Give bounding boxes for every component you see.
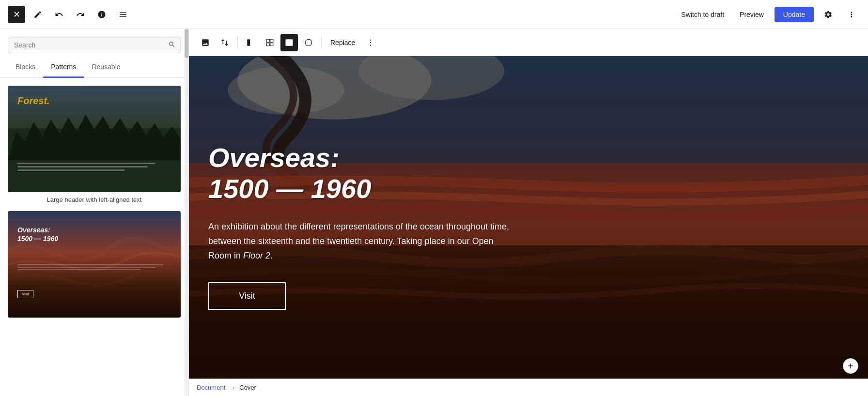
tab-reusable[interactable]: Reusable bbox=[84, 57, 128, 78]
top-bar-right: Switch to draft Preview Update bbox=[676, 6, 860, 23]
search-input-wrap bbox=[8, 37, 181, 53]
cover-description: An exhibition about the different repres… bbox=[208, 220, 518, 263]
sidebar-scroll-track[interactable] bbox=[185, 29, 188, 396]
move-up-down-button[interactable] bbox=[216, 34, 233, 51]
forest-text-line-3 bbox=[17, 169, 125, 171]
full-width-button[interactable] bbox=[280, 34, 298, 51]
sidebar-scroll-thumb[interactable] bbox=[185, 29, 188, 58]
pen-icon bbox=[33, 10, 42, 19]
block-toolbar: Replace bbox=[189, 29, 868, 56]
forest-bg: Forest. bbox=[8, 86, 181, 192]
forest-pattern-label: Large header with left-aligned text bbox=[8, 196, 181, 203]
align-left-icon bbox=[246, 38, 255, 47]
visit-button[interactable]: Visit bbox=[208, 282, 286, 310]
list-item[interactable]: Overseas:1500 — 1960 Visit bbox=[8, 211, 181, 318]
more-options-icon bbox=[847, 10, 856, 19]
svg-rect-1 bbox=[286, 39, 293, 46]
more-block-icon bbox=[366, 38, 375, 47]
info-button[interactable] bbox=[93, 6, 110, 23]
search-area bbox=[0, 29, 188, 57]
list-item[interactable]: Forest. Large header with left-aligned t… bbox=[8, 86, 181, 203]
grid-view-button[interactable] bbox=[261, 34, 279, 51]
pattern-list: Forest. Large header with left-aligned t… bbox=[0, 78, 188, 396]
body-line-1 bbox=[17, 264, 163, 265]
grid-icon bbox=[265, 38, 274, 47]
forest-thumbnail[interactable]: Forest. bbox=[8, 86, 181, 192]
close-button[interactable]: ✕ bbox=[8, 6, 25, 23]
undo-icon bbox=[55, 10, 63, 19]
cover-title: Overseas:1500 — 1960 bbox=[208, 142, 839, 205]
toolbar-divider-1 bbox=[237, 37, 238, 48]
canvas: Overseas:1500 — 1960 An exhibition about… bbox=[189, 56, 868, 396]
editor-area: Replace bbox=[189, 29, 868, 396]
more-options-button[interactable] bbox=[843, 6, 860, 23]
forest-text-lines bbox=[17, 163, 171, 173]
tab-blocks[interactable]: Blocks bbox=[8, 57, 43, 78]
overseas-bg: Overseas:1500 — 1960 Visit bbox=[8, 211, 181, 318]
main-layout: Blocks Patterns Reusable Forest. bbox=[0, 29, 868, 396]
forest-title-text: Forest. bbox=[17, 95, 50, 107]
cover-content: Overseas:1500 — 1960 An exhibition about… bbox=[189, 56, 868, 396]
body-line-2 bbox=[17, 267, 155, 268]
list-icon bbox=[119, 10, 127, 19]
sidebar: Blocks Patterns Reusable Forest. bbox=[0, 29, 189, 396]
switch-to-draft-button[interactable]: Switch to draft bbox=[676, 8, 729, 21]
top-bar: ✕ Switch to draft Preview Update bbox=[0, 0, 868, 29]
image-block-button[interactable] bbox=[197, 34, 214, 51]
replace-button[interactable]: Replace bbox=[326, 36, 360, 49]
search-icon bbox=[168, 41, 176, 50]
svg-point-3 bbox=[370, 39, 371, 40]
image-icon bbox=[201, 38, 210, 47]
list-button[interactable] bbox=[114, 6, 132, 23]
overseas-thumb-visit: Visit bbox=[17, 290, 33, 298]
move-updown-icon bbox=[220, 38, 229, 47]
svg-rect-0 bbox=[247, 39, 250, 46]
update-button[interactable]: Update bbox=[775, 7, 814, 22]
more-block-options-button[interactable] bbox=[362, 34, 379, 51]
close-icon: ✕ bbox=[13, 9, 20, 20]
tab-patterns[interactable]: Patterns bbox=[43, 57, 84, 78]
settings-icon bbox=[824, 10, 833, 19]
redo-icon bbox=[76, 10, 85, 19]
toolbar-divider-2 bbox=[321, 37, 322, 48]
svg-point-5 bbox=[370, 45, 371, 46]
overseas-thumbnail[interactable]: Overseas:1500 — 1960 Visit bbox=[8, 211, 181, 318]
svg-point-2 bbox=[305, 39, 312, 46]
info-icon bbox=[97, 10, 106, 19]
wide-button[interactable] bbox=[300, 34, 317, 51]
wide-icon bbox=[304, 38, 313, 47]
align-left-button[interactable] bbox=[242, 34, 259, 51]
overseas-thumb-title: Overseas:1500 — 1960 bbox=[17, 226, 58, 243]
forest-sky bbox=[8, 86, 181, 128]
tabs: Blocks Patterns Reusable bbox=[0, 57, 188, 78]
full-width-icon bbox=[285, 38, 294, 47]
settings-button[interactable] bbox=[820, 6, 837, 23]
overseas-body-lines bbox=[17, 264, 171, 272]
preview-button[interactable]: Preview bbox=[735, 8, 769, 21]
forest-text-line-2 bbox=[17, 166, 148, 168]
pen-button[interactable] bbox=[29, 6, 46, 23]
undo-button[interactable] bbox=[50, 6, 68, 23]
forest-text-line-1 bbox=[17, 163, 155, 164]
search-input[interactable] bbox=[8, 37, 181, 53]
body-line-3 bbox=[17, 269, 140, 270]
top-bar-left: ✕ bbox=[8, 6, 132, 23]
redo-button[interactable] bbox=[72, 6, 89, 23]
svg-point-4 bbox=[370, 42, 371, 43]
cover-block[interactable]: Overseas:1500 — 1960 An exhibition about… bbox=[189, 56, 868, 396]
